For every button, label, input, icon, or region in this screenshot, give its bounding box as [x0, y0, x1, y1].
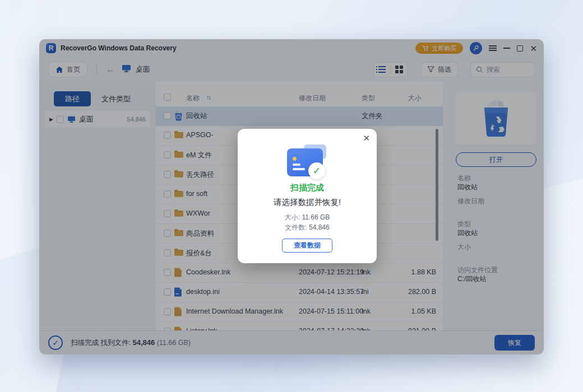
modal-count-label: 文件数:	[285, 223, 307, 231]
green-check-icon: ✓	[308, 162, 325, 179]
modal-count-line: 文件数: 54,846	[238, 223, 377, 232]
modal-size-label: 大小:	[285, 213, 300, 221]
modal-size-line: 大小: 11.66 GB	[238, 213, 377, 222]
modal-size-value: 11.66 GB	[302, 213, 330, 221]
app-window: R RecoverGo Windows Data Recovery 立即购买 ✕	[39, 39, 544, 354]
modal-subtitle: 请选择数据并恢复!	[238, 197, 377, 208]
modal-title: 扫描完成	[238, 183, 377, 193]
modal-count-value: 54,846	[309, 223, 330, 231]
view-data-button[interactable]: 查看数据	[282, 239, 332, 253]
folder-success-icon: ✓	[287, 144, 327, 178]
modal-close-icon[interactable]: ✕	[363, 133, 370, 143]
scan-complete-modal: ✕ ✓ 扫描完成 请选择数据并恢复! 大小: 11.66 GB 文件数: 54,…	[238, 129, 377, 263]
desktop-background: R RecoverGo Windows Data Recovery 立即购买 ✕	[0, 0, 583, 392]
